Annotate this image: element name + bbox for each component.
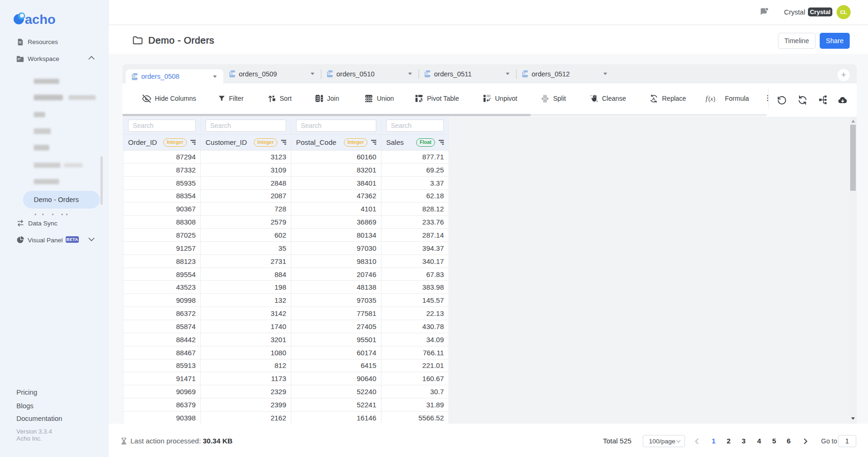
svg-text:A: A [652,96,655,101]
svg-text:x: x [710,95,713,102]
svg-text:): ) [714,96,716,102]
